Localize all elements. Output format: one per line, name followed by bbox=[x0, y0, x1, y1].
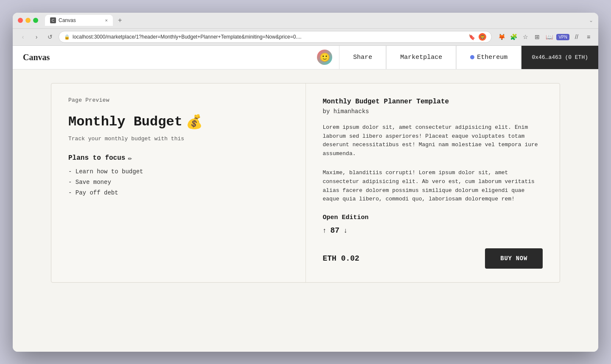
address-bar-row: ‹ › ↺ 🔒 localhost:3000/marketplace/1?hea… bbox=[13, 29, 598, 46]
new-tab-button[interactable]: + bbox=[115, 15, 125, 26]
brave-shield-icon[interactable]: 🦁 bbox=[479, 33, 486, 41]
close-window-button[interactable] bbox=[18, 18, 23, 23]
price-label: ETH 0.02 bbox=[323, 254, 359, 263]
bookmark-icon[interactable]: 🔖 bbox=[468, 34, 475, 40]
card-product-panel: Monthly Budget Planner Template by himan… bbox=[306, 83, 560, 283]
wallet-icon[interactable]: // bbox=[572, 32, 581, 42]
main-content: Page Preview Monthly Budget 💰 Track your… bbox=[13, 69, 598, 352]
marketplace-button[interactable]: Marketplace bbox=[386, 46, 456, 69]
vote-row: ↑ 87 ↓ bbox=[323, 226, 543, 235]
downvote-button[interactable]: ↓ bbox=[344, 227, 347, 234]
plans-list: - Learn how to budget - Save money - Pay… bbox=[68, 167, 289, 199]
page-subtitle: Track your monthly budget with this bbox=[68, 136, 289, 142]
window-controls-chevron: ⌄ bbox=[589, 17, 593, 23]
product-description-1: Lorem ipsum dolor sit, amet consectetur … bbox=[323, 123, 543, 158]
tab-title: Canvas bbox=[59, 17, 76, 23]
card-preview-panel: Page Preview Monthly Budget 💰 Track your… bbox=[51, 83, 306, 283]
header-actions: 🙂 Share Marketplace Ethereum 0x46…a463 (… bbox=[310, 46, 598, 69]
forward-button[interactable]: › bbox=[31, 32, 42, 42]
ethereum-dot-icon bbox=[470, 55, 474, 59]
vpn-badge[interactable]: VPN bbox=[556, 34, 569, 40]
reading-mode-icon[interactable]: 📖 bbox=[544, 32, 554, 42]
page-preview-label: Page Preview bbox=[68, 97, 289, 103]
app-header: Canvas 🙂 Share Marketplace Ethereum 0x46… bbox=[13, 46, 598, 69]
marketplace-card: Page Preview Monthly Budget 💰 Track your… bbox=[51, 83, 560, 283]
browser-action-icons: 🦊 🧩 ☆ ⊞ 📖 VPN // ≡ bbox=[497, 32, 593, 42]
tab-bar: C Canvas × + bbox=[45, 15, 586, 26]
tab-favicon: C bbox=[50, 17, 56, 23]
sidebar-icon[interactable]: ⊞ bbox=[533, 32, 542, 42]
product-description-2: Maxime, blanditiis corrupti! Lorem ipsum… bbox=[323, 169, 543, 204]
vote-count: 87 bbox=[331, 226, 340, 235]
list-item: - Save money bbox=[68, 177, 289, 188]
list-item: - Pay off debt bbox=[68, 188, 289, 198]
price-buy-row: ETH 0.02 BUY NOW bbox=[323, 248, 543, 269]
pencil-emoji: ✏️ bbox=[128, 154, 132, 162]
lock-icon: 🔒 bbox=[64, 34, 70, 40]
extensions-icon[interactable]: 🧩 bbox=[509, 32, 518, 42]
address-text: localhost:3000/marketplace/1?header=Mont… bbox=[73, 34, 466, 40]
plans-heading: Plans to focus ✏️ bbox=[68, 154, 289, 162]
menu-button[interactable]: ≡ bbox=[584, 32, 593, 42]
maximize-window-button[interactable] bbox=[33, 18, 38, 23]
address-field[interactable]: 🔒 localhost:3000/marketplace/1?header=Mo… bbox=[59, 31, 492, 43]
extensions-fox-icon[interactable]: 🦊 bbox=[497, 32, 506, 42]
minimize-window-button[interactable] bbox=[25, 18, 31, 23]
page-title: Monthly Budget 💰 bbox=[68, 114, 289, 131]
back-button[interactable]: ‹ bbox=[18, 32, 28, 42]
browser-tab[interactable]: C Canvas × bbox=[45, 15, 113, 26]
product-author: by himanhacks bbox=[323, 108, 543, 115]
ethereum-button[interactable]: Ethereum bbox=[456, 46, 521, 69]
traffic-lights bbox=[18, 18, 38, 23]
edition-label: Open Edition bbox=[323, 214, 543, 221]
list-item: - Learn how to budget bbox=[68, 167, 289, 177]
wallet-address-button[interactable]: 0x46…a463 (0 ETH) bbox=[521, 46, 598, 69]
title-bar: C Canvas × + ⌄ bbox=[13, 13, 598, 29]
product-title: Monthly Budget Planner Template bbox=[323, 97, 543, 106]
share-button[interactable]: Share bbox=[339, 46, 386, 69]
address-icons: 🔖 🦁 bbox=[468, 33, 486, 41]
money-bag-emoji: 💰 bbox=[186, 114, 203, 131]
user-avatar[interactable]: 🙂 bbox=[317, 50, 332, 65]
favorites-icon[interactable]: ☆ bbox=[521, 32, 530, 42]
browser-window: C Canvas × + ⌄ ‹ › ↺ 🔒 localhost:3000/ma… bbox=[13, 13, 598, 352]
app-logo[interactable]: Canvas bbox=[13, 53, 310, 62]
refresh-button[interactable]: ↺ bbox=[45, 32, 55, 42]
buy-now-button[interactable]: BUY NOW bbox=[485, 248, 543, 269]
upvote-button[interactable]: ↑ bbox=[323, 227, 326, 234]
tab-close-button[interactable]: × bbox=[105, 18, 108, 23]
